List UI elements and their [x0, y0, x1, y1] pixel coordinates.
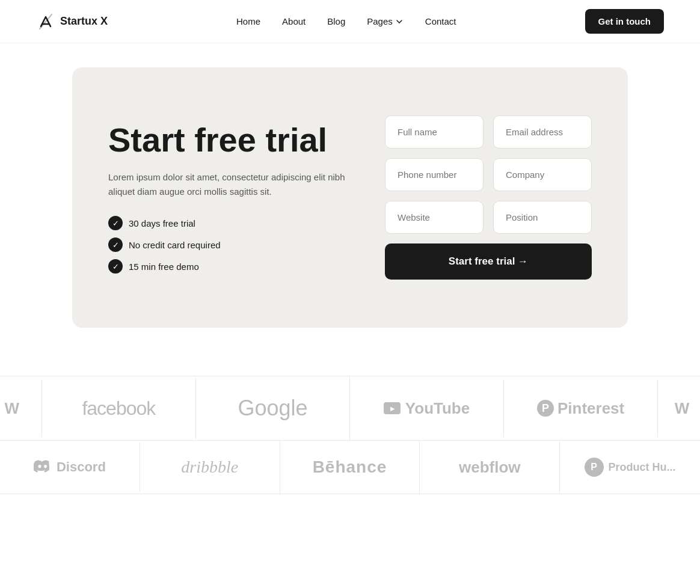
- feature-list: ✓ 30 days free trial ✓ No credit card re…: [108, 216, 349, 274]
- position-input[interactable]: [493, 201, 592, 234]
- nav-blog[interactable]: Blog: [327, 16, 345, 26]
- logos-row-1: W facebook Google YouTube P: [0, 376, 700, 440]
- nav-contact[interactable]: Contact: [425, 16, 456, 26]
- logos-row-2-wrapper: Discord dribbble Bēhance webflow P Produ…: [0, 441, 700, 494]
- nav-links: Home About Blog Pages Contact: [236, 16, 456, 27]
- youtube-logo: YouTube: [384, 399, 470, 418]
- logo-behance-cell: Bēhance: [280, 441, 420, 494]
- producthunt-icon: P: [585, 458, 604, 477]
- logo-text: Startux X: [60, 15, 108, 28]
- logo-partial-right: W: [658, 380, 700, 437]
- logo-discord-cell: Discord: [0, 443, 140, 492]
- logo-partial-right-text: W: [675, 399, 690, 418]
- logo-producthunt-cell: P Product Hu...: [560, 441, 700, 494]
- pinterest-icon: P: [537, 400, 554, 417]
- pinterest-logo: P Pinterest: [537, 399, 624, 418]
- check-icon-0: ✓: [108, 216, 123, 230]
- nav-about[interactable]: About: [282, 16, 305, 26]
- hero-container: Start free trial Lorem ipsum dolor sit a…: [72, 67, 628, 328]
- navbar: Startux X Home About Blog Pages Contact …: [0, 0, 700, 43]
- pinterest-text: Pinterest: [557, 399, 624, 418]
- hero-title: Start free trial: [108, 121, 349, 159]
- company-input[interactable]: [493, 158, 592, 191]
- logo-webflow-cell: webflow: [420, 441, 560, 494]
- logo-partial-left: W: [0, 380, 42, 437]
- form-row-3: [385, 201, 592, 234]
- hero-left: Start free trial Lorem ipsum dolor sit a…: [108, 121, 349, 274]
- webflow-logo: webflow: [459, 458, 521, 477]
- logo-dribbble-cell: dribbble: [140, 441, 280, 494]
- form-row-2: [385, 158, 592, 191]
- youtube-text: YouTube: [405, 399, 470, 418]
- full-name-input[interactable]: [385, 115, 484, 149]
- hero-section: Start free trial Lorem ipsum dolor sit a…: [0, 43, 700, 352]
- producthunt-logo: P Product Hu...: [585, 458, 676, 477]
- facebook-logo: facebook: [82, 397, 155, 420]
- behance-logo: Bēhance: [313, 458, 387, 477]
- producthunt-text: Product Hu...: [609, 461, 676, 474]
- hero-description: Lorem ipsum dolor sit amet, consectetur …: [108, 170, 349, 199]
- feature-item-0: ✓ 30 days free trial: [108, 216, 349, 230]
- feature-item-1: ✓ No credit card required: [108, 237, 349, 252]
- feature-item-2: ✓ 15 min free demo: [108, 259, 349, 274]
- check-icon-2: ✓: [108, 259, 123, 274]
- feature-label-0: 30 days free trial: [129, 218, 195, 228]
- logos-row-2: Discord dribbble Bēhance webflow P Produ…: [0, 441, 700, 494]
- feature-label-2: 15 min free demo: [129, 262, 199, 272]
- submit-label: Start free trial →: [449, 256, 528, 268]
- chevron-down-icon: [395, 17, 404, 26]
- phone-input[interactable]: [385, 158, 484, 191]
- feature-label-1: No credit card required: [129, 240, 221, 250]
- nav-pages-dropdown[interactable]: Pages: [367, 16, 404, 26]
- form-row-1: [385, 115, 592, 149]
- check-icon-1: ✓: [108, 237, 123, 252]
- submit-button[interactable]: Start free trial →: [385, 243, 592, 280]
- website-input[interactable]: [385, 201, 484, 234]
- hero-form-area: Start free trial →: [385, 115, 592, 280]
- logo-google-cell: Google: [196, 376, 350, 440]
- google-logo: Google: [238, 396, 307, 421]
- get-in-touch-button[interactable]: Get in touch: [585, 9, 665, 34]
- dribbble-logo: dribbble: [181, 458, 238, 477]
- discord-text: Discord: [57, 459, 106, 475]
- logo-icon: [36, 12, 55, 31]
- discord-icon: [34, 460, 52, 474]
- logo-youtube-cell: YouTube: [350, 380, 504, 437]
- logo-pinterest-cell: P Pinterest: [504, 380, 658, 437]
- logos-section: W facebook Google YouTube P: [0, 352, 700, 518]
- email-input[interactable]: [493, 115, 592, 149]
- logo-facebook-cell: facebook: [42, 378, 196, 439]
- discord-logo: Discord: [34, 459, 106, 475]
- logo-partial-text: W: [4, 399, 19, 418]
- logos-row-1-wrapper: W facebook Google YouTube P: [0, 376, 700, 441]
- youtube-play-icon: [384, 402, 401, 414]
- nav-home[interactable]: Home: [236, 16, 260, 26]
- logo[interactable]: Startux X: [36, 12, 108, 31]
